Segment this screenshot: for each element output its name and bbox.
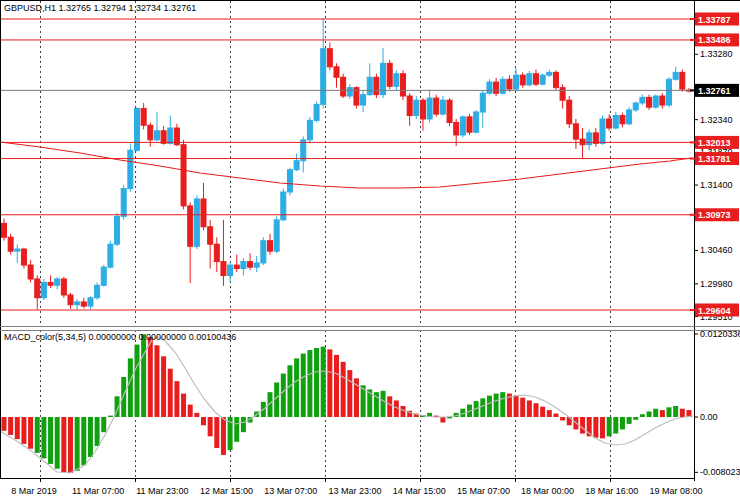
bull-candle: [514, 75, 519, 89]
macd-down-bar: [2, 417, 7, 431]
price-level-badge-label: 1.32013: [698, 138, 731, 148]
time-axis-label: 19 Mar 08:00: [649, 486, 702, 496]
macd-down-bar: [61, 417, 66, 472]
bear-candle: [181, 145, 186, 206]
bull-candle: [241, 262, 246, 269]
macd-up-bar: [281, 374, 286, 417]
time-axis-label: 15 Mar 07:00: [457, 486, 510, 496]
time-axis-label: 13 Mar 23:00: [328, 486, 381, 496]
macd-up-bar: [135, 345, 140, 417]
macd-down-bar: [660, 410, 665, 417]
macd-up-bar: [141, 334, 146, 417]
macd-up-bar: [294, 358, 299, 417]
bull-candle: [128, 150, 133, 188]
bear-candle: [35, 279, 40, 298]
macd-down-bar: [208, 417, 213, 436]
bull-candle: [287, 170, 292, 192]
macd-up-bar: [88, 417, 93, 457]
bull-candle: [301, 140, 306, 161]
trading-chart-window: 1.332801.328101.323401.318701.314001.309…: [0, 0, 740, 500]
bull-candle: [15, 249, 20, 251]
time-axis-label: 18 Mar 00:00: [521, 486, 574, 496]
macd-up-bar: [35, 417, 40, 453]
bull-candle: [600, 119, 605, 143]
symbol-title: GBPUSD,H1 1.32765 1.32794 1.32734 1.3276…: [4, 3, 196, 13]
macd-down-bar: [327, 349, 332, 417]
bear-candle: [148, 125, 153, 140]
macd-axis-label: 0.0120336: [700, 329, 740, 339]
macd-up-bar: [307, 350, 312, 417]
bull-candle: [653, 96, 658, 107]
macd-up-bar: [81, 417, 86, 465]
bull-candle: [633, 103, 638, 110]
bear-candle: [387, 63, 392, 86]
macd-up-bar: [95, 417, 100, 446]
time-axis-label: 12 Mar 15:00: [200, 486, 253, 496]
macd-axis-label: 0.00: [700, 412, 718, 422]
macd-down-bar: [540, 407, 545, 417]
bear-candle: [680, 72, 685, 89]
bull-candle: [95, 285, 100, 298]
macd-down-bar: [600, 417, 605, 438]
bear-candle: [234, 265, 239, 268]
bull-candle: [101, 267, 106, 285]
bear-candle: [208, 227, 213, 244]
macd-up-bar: [128, 358, 133, 417]
price-level-badge-label: 1.30973: [698, 210, 731, 220]
macd-up-bar: [667, 407, 672, 417]
bear-candle: [341, 77, 346, 96]
bear-candle: [560, 88, 565, 101]
macd-up-bar: [75, 417, 80, 471]
macd-up-bar: [613, 417, 618, 434]
current-price-badge-label: 1.32761: [698, 86, 731, 96]
bear-candle: [141, 109, 146, 126]
price-level-badge-label: 1.29604: [698, 306, 731, 316]
macd-down-bar: [201, 417, 206, 425]
macd-down-bar: [28, 417, 33, 449]
bear-candle: [61, 279, 66, 295]
macd-down-bar: [580, 417, 585, 434]
bear-candle: [248, 262, 253, 268]
macd-down-bar: [174, 381, 179, 417]
bear-candle: [28, 265, 33, 279]
bull-candle: [480, 93, 485, 112]
time-axis-label: 18 Mar 16:00: [585, 486, 638, 496]
bear-candle: [214, 244, 219, 261]
bull-candle: [75, 302, 80, 305]
bull-candle: [121, 189, 126, 217]
bull-candle: [281, 192, 286, 220]
bear-candle: [660, 96, 665, 105]
price-axis-label: 1.29980: [700, 279, 733, 289]
macd-down-bar: [21, 417, 26, 444]
bear-candle: [8, 237, 13, 251]
bear-candle: [21, 249, 26, 265]
macd-down-bar: [68, 417, 73, 473]
macd-up-bar: [48, 417, 53, 464]
macd-up-bar: [487, 396, 492, 417]
macd-down-bar: [161, 356, 166, 417]
bear-candle: [593, 133, 598, 143]
bull-candle: [474, 112, 479, 132]
bull-candle: [55, 279, 60, 285]
macd-down-bar: [514, 396, 519, 417]
bear-candle: [188, 206, 193, 246]
price-level-badge-label: 1.31781: [698, 154, 731, 164]
bear-candle: [454, 122, 459, 135]
macd-down-bar: [440, 417, 445, 423]
bull-candle: [673, 72, 678, 79]
macd-down-bar: [553, 414, 558, 417]
macd-down-bar: [341, 362, 346, 417]
bull-candle: [261, 241, 266, 263]
bull-candle: [108, 244, 113, 267]
bull-candle: [414, 100, 419, 115]
macd-down-bar: [520, 398, 525, 417]
chart-canvas: 1.332801.328101.323401.318701.314001.309…: [0, 0, 740, 500]
macd-up-bar: [287, 365, 292, 417]
bear-candle: [434, 98, 439, 114]
bull-candle: [367, 77, 372, 94]
price-axis-label: 1.31400: [700, 180, 733, 190]
bear-candle: [81, 302, 86, 306]
bull-candle: [640, 97, 645, 103]
bull-candle: [194, 199, 199, 246]
macd-down-bar: [148, 337, 153, 417]
